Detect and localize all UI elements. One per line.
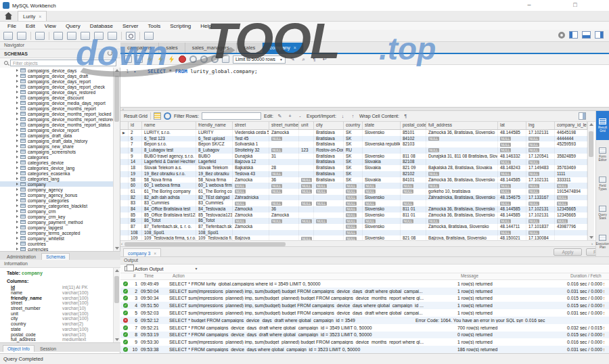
expander-icon[interactable]: [16, 215, 18, 218]
create-procedure-icon[interactable]: [94, 32, 104, 40]
grid-cell[interactable]: 44645198: [555, 130, 587, 136]
output-row[interactable]: ✓809:53:19SELECT * FROM campaigns_device…: [120, 332, 609, 339]
grid-cell[interactable]: 48.150021: [498, 235, 526, 240]
grid-cell[interactable]: NULL: [555, 200, 587, 206]
grid-cell[interactable]: [314, 212, 344, 219]
add-row-icon[interactable]: +: [286, 112, 294, 120]
grid-cell[interactable]: Zámocká 36, Bratislava, Slovensko: [426, 206, 498, 212]
grid-row[interactable]: 7Bepon s.r.o.Bepon SK/CZSolivarská 1Brat…: [120, 141, 587, 147]
grid-cell[interactable]: Bajzova, Bratislava, Slovensko: [426, 235, 498, 240]
grid-cell[interactable]: NULL: [299, 189, 314, 195]
grid-row[interactable]: 9BUBO travel agency, s.r.o.BUBODunajská3…: [120, 154, 587, 160]
expander-icon[interactable]: [16, 177, 18, 180]
close-icon[interactable]: ×: [294, 45, 296, 50]
execute-icon[interactable]: [146, 55, 154, 63]
grid-cell[interactable]: Zámocká: [233, 206, 269, 212]
grid-cell[interactable]: 58_Nova firma: [196, 177, 233, 183]
schema-tree-item-campaigns_device_months_report_status[interactable]: campaigns_device_months_report_status: [0, 122, 114, 127]
grid-cell[interactable]: [363, 230, 401, 236]
grid-cell[interactable]: 14: [129, 159, 142, 165]
grid-cell[interactable]: 12345665: [555, 212, 587, 219]
grid-col-header-name[interactable]: name: [142, 122, 196, 129]
grid-cell[interactable]: Lagerfeld: [196, 159, 233, 165]
maximize-button[interactable]: □: [570, 1, 580, 8]
expander-icon[interactable]: [16, 85, 18, 88]
grid-cell[interactable]: [299, 154, 314, 160]
grid-row[interactable]: 66_Test 1236_Test uploadTest 45NULLBrati…: [120, 136, 587, 142]
schema-tree-item-campaigns_device_months_report[interactable]: campaigns_device_months_report: [0, 106, 114, 111]
grid-cell[interactable]: NULL: [498, 141, 526, 147]
grid-cell[interactable]: [269, 195, 299, 201]
grid-cell[interactable]: Zámocká 36, Bratislava, Slovensko: [426, 177, 498, 183]
menu-database[interactable]: Database: [85, 23, 118, 29]
result-grid-icon[interactable]: [154, 112, 161, 120]
menu-tools[interactable]: Tools: [143, 23, 166, 29]
grid-cell[interactable]: [555, 235, 587, 240]
grid-cell[interactable]: [363, 147, 401, 154]
grid-cell[interactable]: 6_Test 123: [142, 136, 196, 142]
schema-tree-item-currencies[interactable]: currencies: [0, 246, 114, 251]
grid-cell[interactable]: NULL: [314, 189, 344, 195]
grid-cell[interactable]: [299, 206, 314, 212]
grid-cell[interactable]: NULL: [269, 218, 299, 224]
grid-cell[interactable]: Slovakia: [363, 165, 401, 171]
new-sql-editor-icon[interactable]: [3, 32, 13, 40]
output-row[interactable]: ✓209:50:04SELECT sum(impressions_planned…: [120, 288, 609, 295]
grid-cell[interactable]: 82_adh dah adhda: [142, 195, 196, 201]
schema-tree-item-campaigns_new_share[interactable]: campaigns_new_share: [0, 143, 114, 149]
limit-rows-dropdown[interactable]: Limit to 50000 rows▼: [233, 55, 286, 64]
grid-cell[interactable]: NULL: [344, 206, 363, 212]
grid-cell[interactable]: NULL: [526, 147, 555, 154]
grid-cell[interactable]: NULL: [498, 189, 526, 195]
output-row[interactable]: ✓909:53:30SELECT sum(impressions_planned…: [120, 338, 609, 346]
grid-cell[interactable]: NULL: [299, 200, 314, 206]
home-icon[interactable]: [5, 12, 12, 20]
grid-cell[interactable]: 85_Office Bratislava test123: [142, 212, 196, 219]
expander-icon[interactable]: [16, 237, 18, 240]
schema-tree-item-campaigns_draft_data[interactable]: campaigns_draft_data: [0, 133, 114, 138]
grid-hscrollbar[interactable]: ‹ ›: [120, 240, 609, 246]
grid-cell[interactable]: NULL: [269, 183, 299, 189]
search-icon[interactable]: [126, 32, 135, 40]
grid-col-header-unit[interactable]: unit: [299, 122, 314, 129]
grid-cell[interactable]: NULL: [426, 147, 498, 154]
expander-icon[interactable]: [16, 161, 18, 164]
grid-row[interactable]: 1919_Bez obrazku s.r.o.19_Bez obrazkuTes…: [120, 171, 587, 177]
grid-cell[interactable]: SK: [344, 159, 363, 165]
grid-cell[interactable]: Slovakia: [363, 159, 401, 165]
grid-cell[interactable]: 84: [129, 206, 142, 212]
grid-cell[interactable]: Bratislava: [314, 130, 344, 136]
grid-cell[interactable]: 6: [129, 136, 142, 142]
stop-icon[interactable]: [179, 55, 186, 63]
schema-tree-item-categories_lang[interactable]: categories_lang: [0, 176, 114, 181]
grid-cell[interactable]: NULL: [401, 200, 426, 206]
grid-cell[interactable]: Bratislava: [314, 141, 344, 147]
grid-cell[interactable]: 84101: [401, 177, 426, 183]
grid-cell[interactable]: 60: [129, 183, 142, 189]
output-row[interactable]: ✓409:51:50SELECT sum(impressions_planned…: [120, 302, 609, 309]
schema-tree-item-company_tapgest[interactable]: company_tapgest: [0, 225, 114, 230]
grid-cell[interactable]: 31: [269, 154, 299, 160]
expander-icon[interactable]: [16, 101, 18, 104]
create-table-icon[interactable]: [67, 32, 76, 40]
grid-cell[interactable]: 60_1 webova firma: [142, 183, 196, 189]
menu-server[interactable]: Server: [118, 23, 143, 29]
scroll-down-icon[interactable]: [115, 338, 119, 341]
close-icon[interactable]: ×: [39, 14, 41, 19]
schema-tree-item-campaigns_device_months_report_locked[interactable]: campaigns_device_months_report_locked: [0, 111, 114, 116]
grid-cell[interactable]: [426, 230, 498, 236]
grid-cell[interactable]: NULL: [498, 183, 526, 189]
grid-cell[interactable]: [299, 224, 314, 230]
menu-help[interactable]: Help: [196, 23, 216, 29]
grid-cell[interactable]: Bratislava: [314, 165, 344, 171]
grid-cell[interactable]: NULL: [526, 218, 555, 224]
expander-icon[interactable]: [16, 226, 18, 229]
schema-tree-item-campaigns_device_days[interactable]: campaigns_device_days: [0, 68, 114, 73]
grid-cell[interactable]: [555, 159, 587, 165]
schema-tree-item-company_terms_accepted[interactable]: company_terms_accepted: [0, 230, 114, 235]
grid-cell[interactable]: Slovensko: [363, 206, 401, 212]
grid-cell[interactable]: 61_The Boring company: [142, 189, 196, 195]
grid-cell[interactable]: 17.102131: [526, 206, 555, 212]
grid-row[interactable]: 8585_Office Bratislava test12385_Testova…: [120, 212, 587, 219]
tab-session[interactable]: Session: [36, 346, 60, 352]
